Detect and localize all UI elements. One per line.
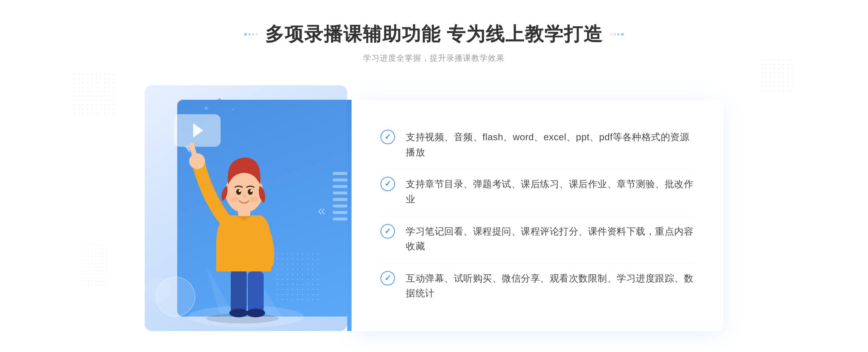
svg-rect-3	[248, 271, 264, 313]
connector-bar	[347, 100, 352, 331]
dots-decoration-bottom	[80, 244, 109, 287]
check-icon-1: ✓	[380, 130, 395, 144]
content-area: » ✦ ✦ ✦	[145, 85, 723, 331]
feature-text-4: 互动弹幕、试听购买、微信分享、观看次数限制、学习进度跟踪、数据统计	[406, 271, 694, 301]
feature-text-3: 学习笔记回看、课程提问、课程评论打分、课件资料下载，重点内容收藏	[406, 224, 694, 254]
feature-item-3: ✓ 学习笔记回看、课程提问、课程评论打分、课件资料下载，重点内容收藏	[380, 216, 694, 261]
feature-card: ✓ 支持视频、音频、flash、word、excel、ppt、pdf等各种格式的…	[352, 100, 723, 331]
check-icon-2: ✓	[380, 177, 395, 191]
feature-item-1: ✓ 支持视频、音频、flash、word、excel、ppt、pdf等各种格式的…	[380, 123, 694, 167]
svg-point-9	[236, 189, 241, 195]
svg-point-14	[250, 197, 258, 202]
title-row: 多项录播课辅助功能 专为线上教学打造	[244, 22, 624, 47]
dot-icon	[256, 33, 258, 35]
sparkle-icon-3: ✦	[231, 107, 235, 112]
dot-icon	[621, 33, 624, 36]
title-section: 多项录播课辅助功能 专为线上教学打造 学习进度全掌握，提升录播课教学效果	[244, 22, 624, 64]
page-wrapper: 多项录播课辅助功能 专为线上教学打造 学习进度全掌握，提升录播课教学效果 »	[0, 0, 868, 352]
svg-point-11	[239, 190, 241, 192]
sparkle-icon-2: ✦	[217, 96, 222, 103]
svg-point-6	[189, 153, 205, 169]
circle-inner-2	[145, 277, 170, 302]
illustration-card: ✦ ✦ ✦	[145, 85, 347, 331]
dots-decoration-right	[760, 58, 796, 94]
dot-icon	[244, 33, 247, 36]
illustration-dots	[275, 252, 318, 302]
illustration-inner: ✦ ✦ ✦	[145, 85, 347, 331]
check-mark-icon: ✓	[384, 180, 391, 188]
dot-icon	[610, 33, 612, 35]
dots-decoration-left	[72, 72, 116, 116]
feature-item-4: ✓ 互动弹幕、试听购买、微信分享、观看次数限制、学习进度跟踪、数据统计	[380, 263, 694, 308]
dot-icon	[614, 33, 616, 35]
feature-text-2: 支持章节目录、弹题考试、课后练习、课后作业、章节测验、批改作业	[406, 177, 694, 207]
title-dots-right	[610, 33, 624, 36]
check-mark-icon: ✓	[384, 133, 391, 141]
check-icon-3: ✓	[380, 224, 395, 239]
feature-text-1: 支持视频、音频、flash、word、excel、ppt、pdf等各种格式的资源…	[406, 130, 694, 160]
svg-point-5	[246, 309, 265, 317]
svg-point-4	[229, 309, 248, 317]
dot-icon	[248, 33, 251, 35]
title-dots-left	[244, 33, 258, 36]
dot-icon	[617, 33, 620, 35]
sparkle-icon-1: ✦	[203, 103, 210, 113]
check-mark-icon: ✓	[384, 274, 391, 282]
svg-point-13	[230, 197, 239, 202]
svg-rect-2	[231, 270, 247, 313]
subtitle: 学习进度全掌握，提升录播课教学效果	[363, 53, 505, 64]
illustration-arrow-icon: «	[318, 203, 326, 219]
main-title: 多项录播课辅助功能 专为线上教学打造	[265, 22, 603, 47]
svg-point-10	[248, 189, 253, 195]
svg-point-12	[250, 190, 252, 192]
dot-icon	[252, 33, 254, 35]
circle-decoration-2	[145, 277, 170, 302]
check-mark-icon: ✓	[384, 227, 391, 235]
feature-item-2: ✓ 支持章节目录、弹题考试、课后练习、课后作业、章节测验、批改作业	[380, 169, 694, 214]
check-icon-4: ✓	[380, 271, 395, 286]
